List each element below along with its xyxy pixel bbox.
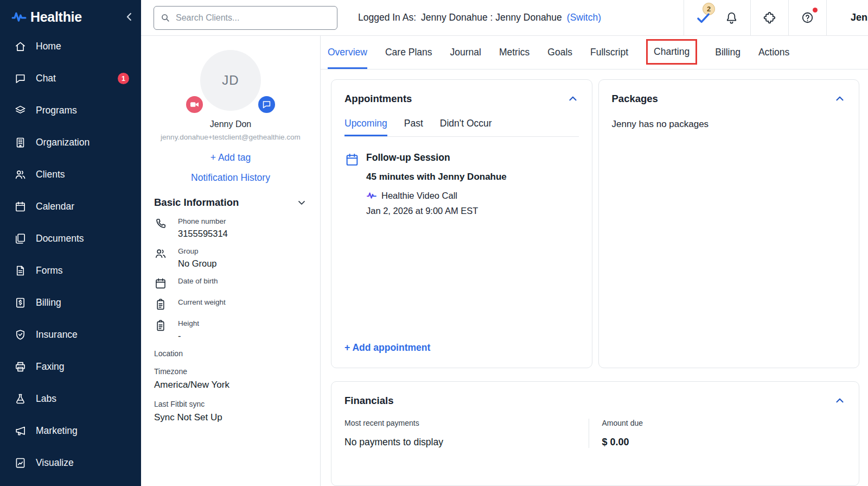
client-work-area: Overview Care Plans Journal Metrics Goal… (321, 36, 868, 486)
overview-cards: Appointments Upcoming Past Didn't Occur (321, 70, 868, 486)
sidebar-collapse-icon[interactable] (124, 11, 136, 23)
sidebar-item-label: Visualize (36, 457, 74, 469)
field-label: Last Fitbit sync (154, 400, 307, 408)
healthie-video-icon (366, 190, 377, 201)
sidebar-item-label: Documents (36, 233, 84, 244)
recent-payments-label: Most recent payments (344, 419, 589, 427)
topbar-icon-group: 2 (684, 0, 827, 35)
field-value: Sync Not Set Up (154, 412, 307, 423)
tab-actions[interactable]: Actions (758, 36, 789, 69)
sidebar-item-chat[interactable]: Chat 1 (0, 62, 141, 94)
phone-icon (154, 217, 167, 230)
help-cell (788, 0, 827, 35)
notifications-bell-icon[interactable] (725, 11, 738, 24)
insurance-shield-icon (14, 329, 27, 341)
add-tag-link[interactable]: + Add tag (154, 152, 307, 163)
chevron-up-icon[interactable] (567, 93, 579, 105)
tab-fullscript[interactable]: Fullscript (590, 36, 628, 69)
basic-information-fields: Phone number 3155595314 Group No Group (154, 217, 307, 423)
sidebar-item-insurance[interactable]: Insurance (0, 319, 141, 351)
group-icon (154, 247, 167, 260)
financials-title: Financials (344, 395, 393, 407)
search-icon (160, 12, 170, 23)
sidebar: Healthie Home Chat 1 Programs Organizati… (0, 0, 141, 486)
tab-charting[interactable]: Charting (646, 39, 697, 65)
add-appointment-link[interactable]: + Add appointment (344, 342, 579, 354)
sidebar-item-label: Clients (36, 169, 65, 180)
appointment-title: Follow-up Session (366, 152, 507, 163)
field-label: Group (178, 247, 217, 255)
sidebar-item-clients[interactable]: Clients (0, 159, 141, 191)
clients-icon (14, 168, 27, 181)
search-clients-input[interactable] (154, 6, 337, 30)
tab-goals[interactable]: Goals (547, 36, 572, 69)
field-group: Group No Group (154, 247, 307, 269)
puzzle-integrations-icon[interactable] (763, 11, 776, 24)
clipboard-icon (154, 298, 167, 311)
appointment-item[interactable]: Follow-up Session 45 minutes with Jenny … (344, 152, 579, 216)
tab-journal[interactable]: Journal (450, 36, 481, 69)
documents-icon (14, 232, 27, 245)
basic-information-header[interactable]: Basic Information (154, 197, 307, 209)
amount-due-column: Amount due $ 0.00 (589, 419, 846, 448)
tab-overview[interactable]: Overview (328, 36, 367, 69)
home-icon (14, 40, 27, 53)
appointments-tabs: Upcoming Past Didn't Occur (344, 118, 579, 137)
switch-user-link[interactable]: (Switch) (567, 12, 601, 23)
field-value: 3155595314 (178, 229, 228, 239)
sidebar-item-home[interactable]: Home (0, 30, 141, 62)
field-value: America/New York (154, 380, 307, 390)
financials-columns: Most recent payments No payments to disp… (344, 419, 846, 448)
appointment-details: Follow-up Session 45 minutes with Jenny … (366, 152, 507, 216)
client-name: Jenny Don (154, 119, 307, 129)
brand-header: Healthie (0, 0, 141, 30)
sidebar-item-label: Faxing (36, 361, 65, 373)
programs-icon (14, 104, 27, 117)
tab-metrics[interactable]: Metrics (499, 36, 529, 69)
field-fitbit-sync: Last Fitbit sync Sync Not Set Up (154, 400, 307, 423)
client-email: jenny.donahue+testclient@gethealthie.com (154, 133, 307, 141)
sidebar-item-label: Organization (36, 137, 90, 148)
notification-history-link[interactable]: Notification History (154, 172, 307, 184)
chevron-down-icon[interactable] (296, 197, 307, 208)
sidebar-item-calendar[interactable]: Calendar (0, 191, 141, 223)
field-label: Height (178, 319, 199, 327)
current-user-name[interactable]: Jenn (827, 12, 868, 23)
appointments-title: Appointments (344, 93, 412, 105)
field-label: Location (154, 349, 307, 358)
sidebar-item-visualize[interactable]: Visualize (0, 447, 141, 479)
sidebar-item-marketing[interactable]: Marketing (0, 415, 141, 447)
field-value: No Group (178, 258, 217, 269)
chevron-up-icon[interactable] (834, 93, 846, 105)
field-label: Timezone (154, 367, 307, 376)
sidebar-item-labs[interactable]: Labs (0, 383, 141, 415)
message-client-button[interactable] (257, 95, 276, 114)
help-question-icon[interactable] (801, 11, 814, 24)
sidebar-item-billing[interactable]: Billing (0, 287, 141, 319)
sidebar-item-faxing[interactable]: Faxing (0, 351, 141, 383)
tab-care-plans[interactable]: Care Plans (385, 36, 432, 69)
field-current-weight: Current weight (154, 298, 307, 311)
video-call-button[interactable] (185, 95, 204, 114)
tab-billing[interactable]: Billing (715, 36, 741, 69)
logged-in-as: Logged In As: Jenny Donahue : Jenny Dona… (358, 12, 601, 23)
appointment-duration: 45 minutes with Jenny Donahue (366, 172, 507, 182)
organization-icon (14, 136, 27, 149)
sidebar-item-documents[interactable]: Documents (0, 223, 141, 255)
help-alert-dot (813, 8, 818, 12)
sidebar-item-forms[interactable]: Forms (0, 255, 141, 287)
sidebar-item-programs[interactable]: Programs (0, 94, 141, 127)
tasks-check-icon[interactable] (696, 10, 711, 25)
appt-tab-upcoming[interactable]: Upcoming (344, 118, 387, 136)
recent-payments-value: No payments to display (344, 437, 589, 448)
sidebar-item-organization[interactable]: Organization (0, 127, 141, 159)
chevron-up-icon[interactable] (834, 395, 846, 407)
packages-header: Packages (612, 93, 846, 105)
calendar-icon (154, 277, 167, 290)
sidebar-item-label: Marketing (36, 425, 78, 437)
billing-icon (14, 296, 27, 309)
appt-tab-didnt-occur[interactable]: Didn't Occur (440, 118, 492, 136)
recent-payments-column: Most recent payments No payments to disp… (344, 419, 589, 448)
appt-tab-past[interactable]: Past (404, 118, 423, 136)
megaphone-icon (14, 425, 27, 437)
